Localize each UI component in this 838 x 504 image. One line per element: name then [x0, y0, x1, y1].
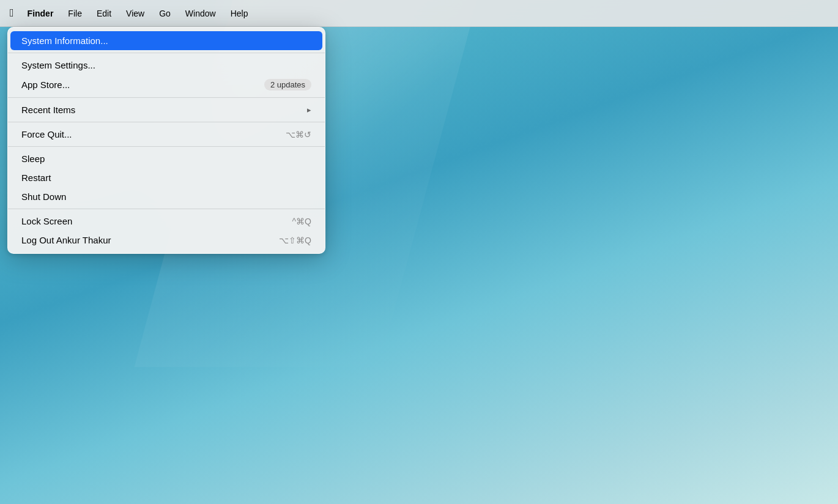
- apple-menu-button[interactable]: : [5, 4, 19, 22]
- menubar-file[interactable]: File: [62, 6, 88, 21]
- separator-4: [8, 146, 325, 147]
- app-store-badge: 2 updates: [264, 79, 311, 91]
- menu-item-shut-down-label: Shut Down: [21, 191, 311, 202]
- menu-item-log-out[interactable]: Log Out Ankur Thakur ⌥⇧⌘Q: [10, 231, 322, 250]
- force-quit-shortcut: ⌥⌘↺: [286, 130, 311, 139]
- menubar-go[interactable]: Go: [153, 6, 177, 21]
- chevron-right-icon: ▸: [307, 105, 311, 114]
- menubar-window[interactable]: Window: [179, 6, 222, 21]
- separator-2: [8, 97, 325, 98]
- menu-item-recent-items-label: Recent Items: [21, 105, 307, 115]
- menu-item-force-quit-label: Force Quit...: [21, 129, 273, 139]
- log-out-shortcut: ⌥⇧⌘Q: [279, 235, 311, 245]
- lock-screen-shortcut: ^⌘Q: [292, 217, 311, 226]
- separator-3: [8, 122, 325, 122]
- menu-item-sleep[interactable]: Sleep: [10, 149, 322, 168]
- menu-item-log-out-label: Log Out Ankur Thakur: [21, 235, 267, 245]
- menu-item-force-quit[interactable]: Force Quit... ⌥⌘↺: [10, 125, 322, 144]
- menubar-view[interactable]: View: [120, 6, 150, 21]
- menu-item-restart[interactable]: Restart: [10, 168, 322, 187]
- separator-1: [8, 53, 325, 53]
- menu-item-shut-down[interactable]: Shut Down: [10, 187, 322, 206]
- menubar-edit[interactable]: Edit: [91, 6, 117, 21]
- menu-item-system-settings[interactable]: System Settings...: [10, 56, 322, 75]
- menu-item-app-store-label: App Store...: [21, 80, 258, 90]
- menu-item-system-settings-label: System Settings...: [21, 60, 311, 70]
- menu-item-lock-screen-label: Lock Screen: [21, 216, 280, 226]
- apple-dropdown-menu: System Information... System Settings...…: [7, 27, 325, 254]
- menubar:  Finder File Edit View Go Window Help: [0, 0, 838, 27]
- separator-5: [8, 209, 325, 209]
- menu-item-app-store[interactable]: App Store... 2 updates: [10, 75, 322, 95]
- menu-item-lock-screen[interactable]: Lock Screen ^⌘Q: [10, 212, 322, 231]
- menubar-help[interactable]: Help: [224, 6, 254, 21]
- menu-item-system-information[interactable]: System Information...: [10, 31, 322, 50]
- menu-item-recent-items[interactable]: Recent Items ▸: [10, 100, 322, 119]
- menu-item-sleep-label: Sleep: [21, 154, 311, 164]
- menubar-finder[interactable]: Finder: [21, 6, 60, 21]
- menu-item-restart-label: Restart: [21, 172, 311, 183]
- menu-item-system-information-label: System Information...: [21, 35, 311, 46]
